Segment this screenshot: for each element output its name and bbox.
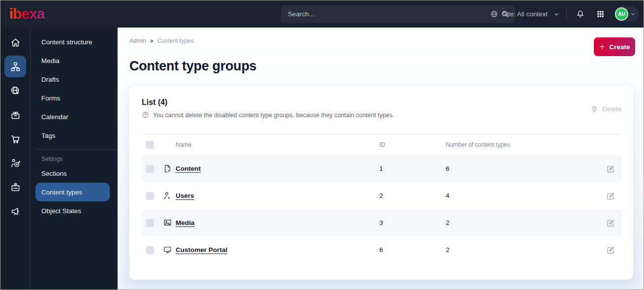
content-type-groups-table: Name ID Number of content types Content … [142, 134, 621, 263]
table-row: Content 1 6 [142, 155, 621, 182]
grid-icon [596, 9, 605, 19]
sidebar-item-tags[interactable]: Tags [35, 126, 110, 145]
site-context-label: Site: All context [502, 10, 548, 18]
rail-item-content-structure[interactable] [4, 56, 26, 77]
row-checkbox[interactable] [146, 192, 154, 200]
sidebar-item-label: Content types [41, 189, 82, 196]
sidebar-item-drafts[interactable]: Drafts [35, 70, 110, 89]
table-row: Users 2 4 [142, 182, 621, 209]
group-id: 1 [379, 165, 446, 172]
table-row: Media 3 2 [142, 209, 621, 236]
edit-button[interactable] [600, 246, 621, 255]
group-count: 2 [446, 219, 600, 226]
globe-icon [490, 10, 498, 18]
create-button[interactable]: Create [594, 37, 635, 56]
edit-icon [606, 164, 615, 173]
topbar-divider [566, 8, 567, 21]
group-count: 4 [446, 192, 600, 199]
image-icon [163, 218, 172, 227]
rail-item-commerce[interactable] [4, 128, 26, 150]
rail-item-personalization[interactable] [4, 152, 26, 174]
row-checkbox[interactable] [146, 246, 154, 254]
commerce-icon [10, 133, 21, 145]
group-name-link[interactable]: Media [173, 219, 379, 226]
content-structure-icon [10, 61, 21, 72]
sidebar-menu: Content structure Media Drafts Forms Cal… [30, 28, 118, 290]
rail-item-home[interactable] [4, 32, 26, 53]
edit-icon [606, 219, 615, 227]
bell-icon [576, 9, 585, 19]
page-title: Content type groups [129, 59, 633, 74]
sidebar-item-label: Forms [41, 95, 60, 102]
settings-section-label: Settings [31, 154, 118, 164]
row-checkbox[interactable] [146, 165, 154, 173]
sidebar-item-content-structure[interactable]: Content structure [35, 32, 110, 51]
main-content: Admin > Content types Create Content typ… [118, 28, 644, 290]
chevron-down-icon [630, 11, 636, 17]
list-hint-text: You cannot delete the disabled content t… [153, 112, 394, 119]
apps-grid-button[interactable] [594, 7, 607, 21]
home-icon [10, 37, 21, 48]
sidebar-item-label: Tags [41, 132, 56, 139]
trash-icon [590, 105, 598, 113]
ibexa-logo[interactable]: ibexa [9, 5, 45, 22]
group-name-link[interactable]: Users [173, 192, 379, 199]
sidebar-item-media[interactable]: Media [35, 51, 110, 70]
personalization-icon [10, 158, 21, 169]
group-count: 6 [446, 165, 600, 172]
chevron-down-icon [553, 11, 559, 17]
sidebar-item-object-states[interactable]: Object States [35, 201, 110, 220]
sidebar-item-forms[interactable]: Forms [35, 89, 110, 107]
table-header: Name ID Number of content types [142, 134, 621, 155]
rail-item-product-catalog[interactable] [4, 104, 26, 126]
rail-item-marketing[interactable] [4, 200, 26, 222]
edit-button[interactable] [600, 219, 621, 227]
sidebar-item-calendar[interactable]: Calendar [35, 107, 110, 126]
sidebar-item-label: Content structure [41, 38, 92, 46]
group-id: 6 [379, 246, 446, 254]
list-hint: You cannot delete the disabled content t… [142, 111, 394, 119]
group-id: 2 [379, 192, 446, 199]
notifications-button[interactable] [574, 7, 587, 21]
create-button-label: Create [609, 43, 630, 51]
screen: ibexa Site: All context AU [0, 0, 644, 290]
sidebar-item-sections[interactable]: Sections [35, 164, 110, 183]
group-name-link[interactable]: Customer Portal [173, 246, 379, 254]
monitor-icon [163, 245, 172, 255]
select-all-checkbox[interactable] [146, 141, 154, 149]
avatar: AU [615, 7, 628, 21]
column-id: ID [379, 141, 446, 148]
delete-button-label: Delete [602, 105, 621, 113]
edit-button[interactable] [600, 164, 621, 173]
breadcrumb-separator: > [150, 38, 153, 44]
file-icon [163, 164, 172, 173]
sidebar-item-label: Sections [41, 170, 67, 177]
sidebar-item-label: Calendar [41, 113, 68, 121]
user-icon [163, 191, 172, 200]
delete-button[interactable]: Delete [590, 105, 621, 113]
breadcrumb-current: Content types [157, 37, 193, 44]
search-bar[interactable] [281, 5, 515, 23]
product-catalog-icon [10, 109, 21, 121]
group-name-link[interactable]: Content [173, 165, 379, 172]
group-id: 3 [379, 219, 446, 226]
search-input[interactable] [288, 10, 501, 18]
rail-item-corporate[interactable] [4, 176, 26, 198]
edit-button[interactable] [600, 192, 621, 200]
help-icon [142, 111, 149, 119]
sidebar-item-label: Object States [41, 207, 81, 215]
site-context-selector[interactable]: Site: All context [490, 10, 559, 18]
marketing-icon [10, 206, 21, 217]
group-count: 2 [446, 246, 600, 254]
breadcrumb: Admin > Content types [129, 37, 633, 44]
icon-rail [0, 28, 30, 290]
user-menu[interactable]: AU [614, 6, 639, 22]
sidebar-item-content-types[interactable]: Content types [35, 183, 110, 201]
rail-item-site[interactable] [4, 80, 26, 101]
topbar: ibexa Site: All context AU [0, 0, 644, 28]
table-row: Customer Portal 6 2 [142, 236, 621, 263]
menu-divider [35, 149, 118, 150]
row-checkbox[interactable] [146, 219, 154, 227]
content-type-groups-card: List (4) You cannot delete the disabled … [129, 86, 633, 280]
breadcrumb-admin[interactable]: Admin [129, 37, 146, 44]
